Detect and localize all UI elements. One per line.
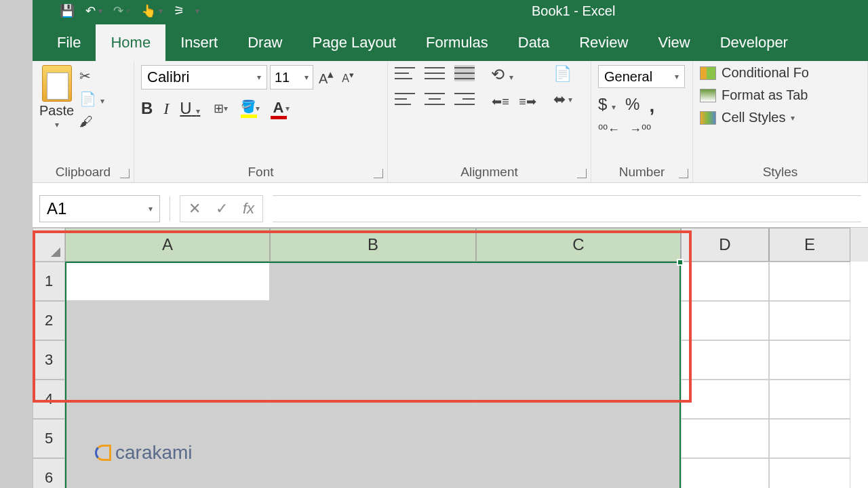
cell-B5[interactable] [270,419,476,458]
font-name-select[interactable]: Calibri▾ [141,65,267,89]
tree-icon[interactable]: ⚞ [174,3,184,18]
format-as-table-button[interactable]: Format as Tab [700,87,861,103]
align-left-button[interactable] [395,91,415,107]
cancel-button[interactable]: ✕ [189,200,201,218]
paste-button[interactable]: Paste ▾ [39,65,74,129]
tab-page-layout[interactable]: Page Layout [298,24,412,61]
conditional-formatting-button[interactable]: Conditional Fo [700,65,861,81]
font-launcher[interactable] [374,169,383,178]
decrease-decimal-button[interactable]: →⁰⁰ [629,122,651,137]
save-icon[interactable]: 💾 [60,3,75,18]
align-bottom-button[interactable] [454,65,475,81]
cell-A4[interactable] [65,380,270,419]
row-header-3[interactable]: 3 [33,340,65,380]
row-header-1[interactable]: 1 [33,262,65,301]
row-header-5[interactable]: 5 [33,419,65,458]
increase-indent-button[interactable]: ≡➡ [518,92,537,111]
align-top-button[interactable] [395,65,415,81]
cell-B6[interactable] [270,458,476,488]
redo-button[interactable]: ↷ ▾ [113,3,130,18]
col-header-D[interactable]: D [681,228,769,262]
tab-formulas[interactable]: Formulas [411,24,503,61]
cut-button[interactable]: ✂ [79,68,104,84]
orientation-button[interactable]: ⟲ ▾ [491,65,537,84]
formula-input[interactable] [273,195,861,222]
cell-B2[interactable] [270,301,476,340]
cell-D6[interactable] [681,458,769,488]
accounting-format-button[interactable]: $ ▾ [598,95,616,117]
tab-view[interactable]: View [643,24,705,61]
font-size-select[interactable]: 11▾ [270,65,313,89]
wrap-text-button[interactable]: 📄 [553,65,572,83]
row-header-2[interactable]: 2 [33,301,65,340]
tab-developer[interactable]: Developer [705,24,803,61]
col-header-E[interactable]: E [769,228,850,262]
increase-font-button[interactable]: A▴ [316,68,336,87]
cell-A1[interactable] [65,262,270,301]
name-box[interactable]: A1 ▾ [39,195,160,222]
cell-C2[interactable] [476,301,681,340]
cell-E3[interactable] [769,340,850,380]
cell-A3[interactable] [65,340,270,380]
cell-B4[interactable] [270,380,476,419]
comma-format-button[interactable]: , [649,95,654,117]
cell-C1[interactable] [476,262,681,301]
enter-button[interactable]: ✓ [216,200,228,218]
row-header-4[interactable]: 4 [33,380,65,419]
col-header-A[interactable]: A [65,228,270,262]
cell-D1[interactable] [681,262,769,301]
cell-D3[interactable] [681,340,769,380]
cell-C5[interactable] [476,419,681,458]
cell-A2[interactable] [65,301,270,340]
row-header-6[interactable]: 6 [33,458,65,488]
decrease-font-button[interactable]: A▾ [339,70,357,85]
selection-handle[interactable] [677,259,684,266]
cell-E2[interactable] [769,301,850,340]
merge-center-button[interactable]: ⬌ ▾ [553,91,572,108]
cell-C6[interactable] [476,458,681,488]
cell-E1[interactable] [769,262,850,301]
tab-data[interactable]: Data [503,24,564,61]
col-header-B[interactable]: B [270,228,476,262]
font-color-button[interactable]: A▾ [271,99,290,118]
cell-D4[interactable] [681,380,769,419]
insert-function-button[interactable]: fx [243,200,254,218]
cell-B3[interactable] [270,340,476,380]
copy-button[interactable]: 📄 ▾ [79,91,104,107]
tab-review[interactable]: Review [564,24,643,61]
cell-B1[interactable] [270,262,476,301]
fill-color-button[interactable]: 🪣▾ [241,99,260,118]
cell-E5[interactable] [769,419,850,458]
cell-D2[interactable] [681,301,769,340]
increase-decimal-button[interactable]: ⁰⁰← [598,122,620,137]
alignment-launcher[interactable] [577,169,587,178]
select-all-button[interactable] [33,228,65,262]
undo-button[interactable]: ↶ ▾ [85,3,102,18]
align-center-button[interactable] [425,91,445,107]
number-launcher[interactable] [679,169,688,178]
col-header-C[interactable]: C [476,228,681,262]
cell-C4[interactable] [476,380,681,419]
cell-E4[interactable] [769,380,850,419]
tab-draw[interactable]: Draw [233,24,297,61]
cell-C3[interactable] [476,340,681,380]
underline-button[interactable]: U ▾ [180,99,200,118]
cell-E6[interactable] [769,458,850,488]
bold-button[interactable]: B [141,99,153,118]
tab-file[interactable]: File [42,24,96,61]
customize-qat-button[interactable]: ▾ [195,6,199,16]
cell-styles-button[interactable]: Cell Styles ▾ [700,110,861,125]
italic-button[interactable]: I [163,100,169,118]
number-format-select[interactable]: General▾ [598,65,685,88]
borders-button[interactable]: ⊞ ▾ [211,99,230,118]
tab-insert[interactable]: Insert [165,24,233,61]
percent-format-button[interactable]: % [625,95,639,117]
format-painter-button[interactable]: 🖌 [79,114,104,129]
clipboard-launcher[interactable] [120,169,130,178]
align-right-button[interactable] [454,91,475,107]
align-middle-button[interactable] [425,65,445,81]
decrease-indent-button[interactable]: ⬅≡ [491,92,510,111]
tab-home[interactable]: Home [96,24,165,61]
touch-mode-button[interactable]: 👆 ▾ [141,3,163,18]
cell-D5[interactable] [681,419,769,458]
